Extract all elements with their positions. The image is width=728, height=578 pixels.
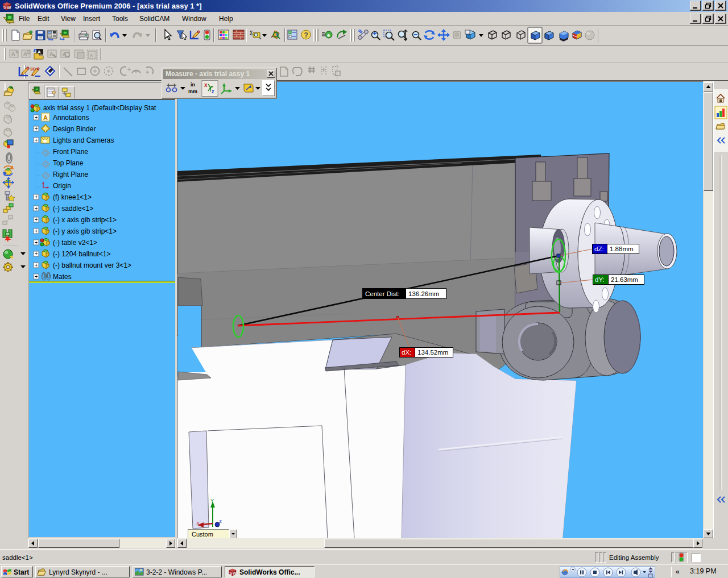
svg-text:z: z	[212, 89, 214, 94]
svg-text:in: in	[191, 82, 195, 88]
svg-text:Right Plane: Right Plane	[53, 171, 88, 178]
svg-text:Top Plane: Top Plane	[53, 159, 84, 167]
svg-text:dY:: dY:	[595, 276, 605, 283]
svg-text:(-) saddle<1>: (-) saddle<1>	[53, 205, 93, 213]
svg-text:(-) table v2<1>: (-) table v2<1>	[53, 239, 97, 247]
svg-text:Annotations: Annotations	[53, 114, 89, 122]
svg-text:Z: Z	[219, 519, 222, 524]
svg-text:(-) x axis gib strip<1>: (-) x axis gib strip<1>	[53, 216, 117, 224]
svg-text:21.63mm: 21.63mm	[611, 276, 638, 283]
svg-text:X: X	[196, 521, 200, 526]
svg-text:Mates: Mates	[53, 273, 72, 281]
svg-text:axis trial assy 1 (Default<Di: axis trial assy 1 (Default<Display Stat	[43, 104, 156, 112]
svg-text:?: ?	[304, 31, 308, 39]
svg-text:dX:: dX:	[402, 349, 411, 356]
svg-text:(-) ballnut mount ver 3<1>: (-) ballnut mount ver 3<1>	[53, 261, 131, 269]
svg-text:dZ:: dZ:	[594, 246, 604, 252]
svg-text:1.88mm: 1.88mm	[610, 246, 634, 252]
svg-text:S: S	[230, 571, 233, 576]
svg-text:Y: Y	[210, 498, 214, 504]
svg-text:A: A	[43, 114, 48, 121]
svg-text:Σ: Σ	[250, 30, 253, 36]
svg-text:e: e	[327, 32, 330, 38]
svg-text:Design Binder: Design Binder	[53, 125, 96, 133]
svg-text:A: A	[90, 53, 93, 58]
svg-text:x: x	[204, 82, 208, 88]
svg-text:mm: mm	[188, 89, 197, 94]
svg-text:Origin: Origin	[53, 182, 71, 190]
svg-text:(f) knee1<1>: (f) knee1<1>	[53, 193, 92, 201]
svg-text:Lights and Cameras: Lights and Cameras	[53, 136, 114, 144]
svg-text:W: W	[233, 571, 237, 576]
svg-text:134.52mm: 134.52mm	[417, 349, 448, 356]
svg-text:136.26mm: 136.26mm	[408, 290, 439, 297]
svg-text:W: W	[7, 5, 11, 10]
svg-text:(-) y axis gib strip<1>: (-) y axis gib strip<1>	[53, 227, 117, 235]
svg-text:(-) 1204 ballnut<1>: (-) 1204 ballnut<1>	[53, 250, 110, 258]
svg-text:Front Plane: Front Plane	[53, 148, 88, 156]
svg-text:Center Dist:: Center Dist:	[365, 290, 400, 297]
